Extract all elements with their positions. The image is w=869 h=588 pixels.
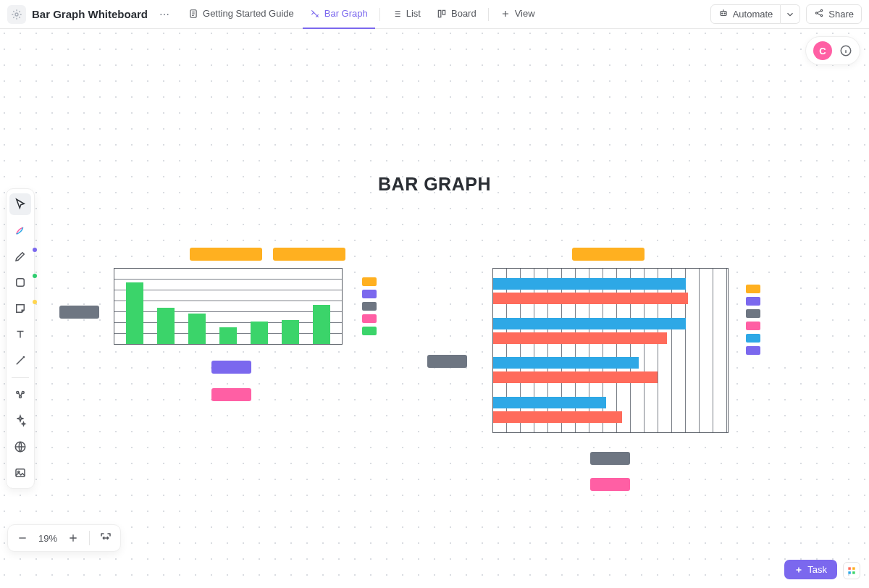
tab-bar-graph[interactable]: Bar Graph bbox=[303, 0, 375, 29]
svg-rect-19 bbox=[852, 567, 855, 570]
whiteboard-icon bbox=[310, 9, 320, 19]
plus-icon bbox=[500, 9, 511, 19]
title-placeholder[interactable] bbox=[190, 248, 262, 261]
bar[interactable] bbox=[219, 327, 237, 344]
title-placeholder[interactable] bbox=[572, 248, 645, 261]
automate-dropdown[interactable] bbox=[781, 4, 800, 24]
zoom-controls: 19% bbox=[7, 524, 121, 552]
board-app-icon bbox=[7, 5, 26, 24]
view-menu[interactable]: View bbox=[493, 0, 542, 29]
chart-plot-area[interactable] bbox=[492, 268, 729, 433]
apps-button[interactable] bbox=[843, 562, 860, 579]
list-icon bbox=[392, 9, 402, 19]
divider bbox=[89, 531, 90, 545]
bar[interactable] bbox=[313, 305, 330, 344]
y-axis-label-placeholder[interactable] bbox=[59, 306, 99, 319]
bar[interactable] bbox=[493, 357, 639, 369]
bar[interactable] bbox=[493, 397, 606, 408]
bar[interactable] bbox=[493, 411, 622, 423]
share-label: Share bbox=[828, 9, 854, 20]
legend-swatch[interactable] bbox=[362, 290, 377, 298]
legend-swatch[interactable] bbox=[746, 285, 760, 293]
y-axis-label-placeholder[interactable] bbox=[427, 355, 467, 368]
bar[interactable] bbox=[493, 332, 667, 344]
legend-swatch[interactable] bbox=[746, 309, 760, 318]
view-menu-label: View bbox=[515, 8, 535, 19]
app-header: Bar Graph Whiteboard ⋯ Getting Started G… bbox=[0, 0, 869, 29]
legend-swatch[interactable] bbox=[362, 327, 377, 335]
tab-label: Bar Graph bbox=[324, 8, 368, 19]
svg-point-8 bbox=[821, 9, 823, 11]
svg-rect-3 bbox=[442, 10, 445, 14]
robot-icon bbox=[718, 8, 729, 20]
chart-legend[interactable] bbox=[740, 277, 798, 363]
share-icon bbox=[814, 8, 824, 20]
board-title[interactable]: Bar Graph Whiteboard bbox=[32, 8, 148, 20]
tab-list[interactable]: List bbox=[385, 0, 428, 29]
bar[interactable] bbox=[157, 308, 175, 344]
apps-icon bbox=[847, 566, 857, 576]
board-icon bbox=[437, 9, 447, 19]
doc-icon bbox=[188, 9, 198, 19]
zoom-in-button[interactable] bbox=[64, 529, 82, 547]
title-placeholder[interactable] bbox=[273, 248, 345, 261]
bar[interactable] bbox=[282, 320, 299, 344]
bar[interactable] bbox=[251, 322, 268, 344]
plus-icon bbox=[794, 566, 803, 574]
x-axis-label-placeholder[interactable] bbox=[590, 478, 630, 491]
legend-swatch[interactable] bbox=[746, 334, 760, 343]
horizontal-bar-chart[interactable] bbox=[427, 248, 804, 436]
whiteboard-canvas[interactable]: C BAR GRAPH bbox=[0, 29, 869, 588]
tab-label: List bbox=[406, 8, 421, 19]
tab-getting-started[interactable]: Getting Started Guide bbox=[181, 0, 301, 29]
legend-swatch[interactable] bbox=[746, 322, 760, 330]
tab-label: Getting Started Guide bbox=[203, 8, 294, 19]
bar[interactable] bbox=[493, 293, 688, 304]
legend-swatch[interactable] bbox=[746, 297, 760, 306]
fit-to-screen-button[interactable] bbox=[97, 529, 114, 547]
task-button[interactable]: Task bbox=[784, 560, 837, 579]
automate-label: Automate bbox=[733, 9, 773, 20]
zoom-out-button[interactable] bbox=[14, 529, 31, 547]
legend-swatch[interactable] bbox=[362, 277, 377, 286]
svg-point-0 bbox=[15, 13, 18, 16]
zoom-value[interactable]: 19% bbox=[38, 533, 57, 544]
tab-divider bbox=[488, 8, 489, 21]
svg-point-7 bbox=[816, 12, 818, 14]
legend-swatch[interactable] bbox=[362, 314, 377, 323]
task-button-label: Task bbox=[807, 564, 827, 575]
x-axis-label-placeholder[interactable] bbox=[590, 452, 630, 465]
tab-divider bbox=[379, 8, 380, 21]
chart-plot-area[interactable] bbox=[114, 268, 343, 345]
bar[interactable] bbox=[126, 282, 143, 344]
x-axis-label-placeholder[interactable] bbox=[211, 388, 251, 401]
vertical-bar-chart[interactable] bbox=[59, 248, 414, 371]
svg-rect-21 bbox=[852, 571, 855, 574]
bar[interactable] bbox=[188, 314, 206, 344]
whiteboard-content: BAR GRAPH bbox=[0, 29, 869, 588]
automate-button-group: Automate bbox=[710, 4, 801, 24]
x-axis-label-placeholder[interactable] bbox=[211, 361, 251, 374]
tab-label: Board bbox=[451, 8, 477, 19]
view-tabs: Getting Started Guide Bar Graph List Boa… bbox=[181, 0, 542, 29]
share-button[interactable]: Share bbox=[806, 4, 862, 24]
svg-point-9 bbox=[821, 14, 823, 16]
legend-swatch[interactable] bbox=[362, 302, 377, 311]
svg-rect-20 bbox=[848, 571, 851, 574]
bar[interactable] bbox=[493, 371, 658, 383]
svg-rect-18 bbox=[848, 567, 851, 570]
bar[interactable] bbox=[493, 318, 686, 329]
tab-board[interactable]: Board bbox=[429, 0, 484, 29]
canvas-title[interactable]: BAR GRAPH bbox=[0, 174, 869, 195]
bar[interactable] bbox=[493, 278, 686, 290]
chevron-down-icon bbox=[785, 9, 795, 20]
svg-rect-2 bbox=[438, 10, 441, 17]
board-title-more-icon[interactable]: ⋯ bbox=[156, 9, 172, 20]
chart-legend[interactable] bbox=[356, 269, 414, 343]
svg-point-6 bbox=[724, 13, 725, 14]
svg-point-5 bbox=[721, 13, 722, 14]
automate-button[interactable]: Automate bbox=[710, 4, 781, 24]
legend-swatch[interactable] bbox=[746, 346, 760, 355]
